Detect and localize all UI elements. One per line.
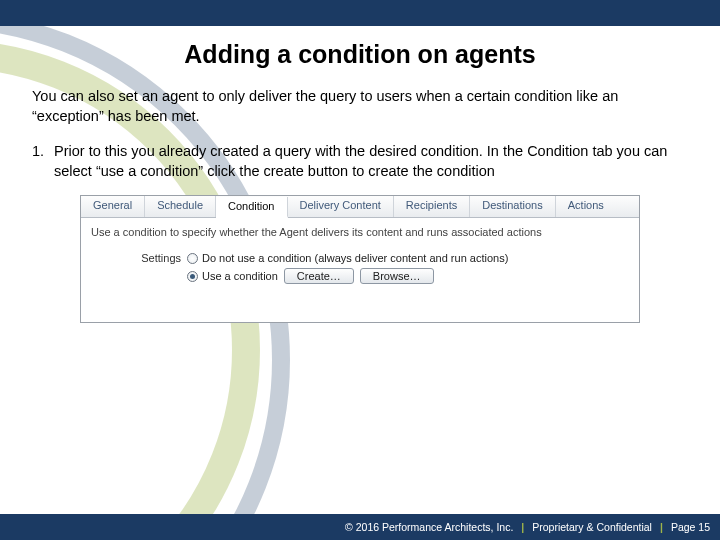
create-button[interactable]: Create… xyxy=(284,268,354,284)
settings-label: Settings xyxy=(127,252,181,264)
settings-row-1: Settings Do not use a condition (always … xyxy=(91,250,629,266)
tab-actions[interactable]: Actions xyxy=(556,196,616,217)
tab-strip: General Schedule Condition Delivery Cont… xyxy=(81,196,639,218)
tab-destinations[interactable]: Destinations xyxy=(470,196,556,217)
step-1: 1. Prior to this you already created a q… xyxy=(32,142,688,181)
condition-panel: Use a condition to specify whether the A… xyxy=(81,218,639,322)
tab-recipients[interactable]: Recipients xyxy=(394,196,470,217)
tab-schedule[interactable]: Schedule xyxy=(145,196,216,217)
tab-condition[interactable]: Condition xyxy=(216,197,287,218)
radio-no-condition-label: Do not use a condition (always deliver c… xyxy=(202,252,508,264)
embedded-ui-panel: General Schedule Condition Delivery Cont… xyxy=(80,195,640,323)
footer-separator: | xyxy=(519,521,526,533)
condition-hint: Use a condition to specify whether the A… xyxy=(91,226,629,238)
browse-button[interactable]: Browse… xyxy=(360,268,434,284)
settings-row-2: Use a condition Create… Browse… xyxy=(91,266,629,286)
footer-confidential: Proprietary & Confidential xyxy=(532,521,652,533)
footer-bar: © 2016 Performance Architects, Inc. | Pr… xyxy=(0,514,720,540)
page-title: Adding a condition on agents xyxy=(32,40,688,69)
slide-content: Adding a condition on agents You can als… xyxy=(0,26,720,514)
tab-general[interactable]: General xyxy=(81,196,145,217)
footer-separator: | xyxy=(658,521,665,533)
radio-use-condition-label: Use a condition xyxy=(202,270,278,282)
footer-page: Page 15 xyxy=(671,521,710,533)
radio-icon xyxy=(187,271,198,282)
radio-icon xyxy=(187,253,198,264)
top-bar xyxy=(0,0,720,26)
step-number: 1. xyxy=(32,142,54,181)
radio-no-condition[interactable]: Do not use a condition (always deliver c… xyxy=(187,252,508,264)
radio-use-condition[interactable]: Use a condition xyxy=(187,270,278,282)
tab-delivery-content[interactable]: Delivery Content xyxy=(288,196,394,217)
footer-copyright: © 2016 Performance Architects, Inc. xyxy=(345,521,513,533)
step-text: Prior to this you already created a quer… xyxy=(54,142,688,181)
intro-text: You can also set an agent to only delive… xyxy=(32,87,688,126)
